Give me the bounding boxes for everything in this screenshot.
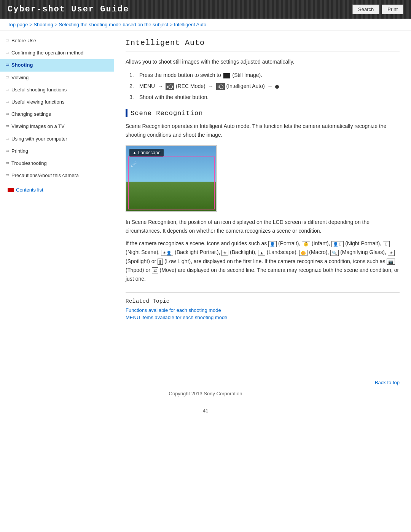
breadcrumb-sep-1: > <box>29 22 33 27</box>
main-content: Intelligent Auto Allows you to shoot sti… <box>114 31 411 374</box>
sidebar: ▭ Before Use ▭ Confirming the operation … <box>0 31 114 374</box>
contents-list-link[interactable]: Contents list <box>0 182 114 198</box>
sidebar-item-viewing[interactable]: ▭ Viewing <box>0 72 114 84</box>
sidebar-bullet: ▭ <box>5 50 9 55</box>
scene-body-text: In Scene Recognition, the position of an… <box>126 218 400 235</box>
sidebar-label: Shooting <box>11 62 33 69</box>
sidebar-item-before-use[interactable]: ▭ Before Use <box>0 35 114 47</box>
arrow-icon: → <box>158 83 163 89</box>
sidebar-label: Viewing <box>11 74 29 81</box>
magnifying-icon: 🔍 <box>330 250 339 256</box>
portrait-icon: 👤 <box>268 241 277 247</box>
copyright-text: Copyright 2013 Sony Corporation <box>169 391 242 396</box>
sidebar-item-precautions[interactable]: ▭ Precautions/About this camera <box>0 169 114 182</box>
sidebar-item-confirming[interactable]: ▭ Confirming the operation method <box>0 47 114 59</box>
breadcrumb: Top page > Shooting > Selecting the shoo… <box>0 19 411 31</box>
sidebar-bullet: ▭ <box>5 38 9 43</box>
page-title: Intelligent Auto <box>126 38 400 51</box>
steps-list: 1. Press the mode button to switch to (S… <box>126 71 400 101</box>
related-topic-title: Related Topic <box>126 298 400 304</box>
scene-desc: Scene Recognition operates in Intelligen… <box>126 122 400 139</box>
breadcrumb-sep-2: > <box>54 22 59 27</box>
spotlight-icon: ☀ <box>388 250 395 256</box>
sidebar-label: Viewing images on a TV <box>11 123 65 130</box>
breadcrumb-link-shooting-mode[interactable]: Selecting the shooting mode based on the… <box>59 22 169 27</box>
sidebar-label: Useful viewing functions <box>11 99 64 105</box>
sidebar-label: Printing <box>11 148 28 155</box>
page-number-row: 41 <box>0 408 411 421</box>
sidebar-item-troubleshooting[interactable]: ▭ Troubleshooting <box>0 157 114 169</box>
header-buttons: Search Print <box>352 5 403 14</box>
still-image-icon <box>223 73 230 78</box>
camera-scene-label: ▲ Landscape <box>129 149 164 157</box>
backlight-icon: ☀ <box>221 250 228 256</box>
sidebar-bullet: ▭ <box>5 99 9 104</box>
camera-focus-icon: ☄ <box>131 160 137 169</box>
sidebar-item-changing-settings[interactable]: ▭ Changing settings <box>0 108 114 120</box>
related-link-functions[interactable]: Functions available for each shooting mo… <box>126 307 400 313</box>
step-3: 3. Shoot with the shutter button. <box>129 93 400 101</box>
sidebar-bullet: ▭ <box>5 75 9 80</box>
scene-icons-text: If the camera recognizes a scene, icons … <box>126 239 400 283</box>
sidebar-label: Useful shooting functions <box>11 86 67 93</box>
layout: ▭ Before Use ▭ Confirming the operation … <box>0 31 411 374</box>
app-title: Cyber-shot User Guide <box>8 5 129 14</box>
macro-icon: 🌼 <box>299 250 307 256</box>
contents-list-label: Contents list <box>16 187 43 193</box>
step-num-2: 2. <box>129 82 137 90</box>
landscape-icon-2: ▲ <box>258 250 265 256</box>
sidebar-bullet: ▭ <box>5 62 9 67</box>
arrow-icon-2: → <box>208 83 213 89</box>
step-1: 1. Press the mode button to switch to (S… <box>129 71 400 79</box>
breadcrumb-link-top[interactable]: Top page <box>8 22 28 27</box>
sidebar-bullet: ▭ <box>5 111 9 116</box>
related-topic: Related Topic Functions available for ea… <box>126 292 400 320</box>
sidebar-bullet: ▭ <box>5 148 9 153</box>
tripod-icon: 📷 <box>387 259 395 265</box>
breadcrumb-sep-3: > <box>170 22 174 27</box>
step-3-text: Shoot with the shutter button. <box>139 93 209 101</box>
sidebar-item-printing[interactable]: ▭ Printing <box>0 145 114 157</box>
sidebar-item-useful-shooting[interactable]: ▭ Useful shooting functions <box>0 84 114 96</box>
breadcrumb-link-intelligent-auto[interactable]: Intelligent Auto <box>174 22 206 27</box>
step-1-text: Press the mode button to switch to (Stil… <box>139 71 262 79</box>
landscape-label: Landscape <box>138 150 161 155</box>
sidebar-label: Confirming the operation method <box>11 50 83 56</box>
sidebar-bullet: ▭ <box>5 160 9 165</box>
section-bar <box>126 109 127 117</box>
sidebar-item-shooting[interactable]: ▭ Shooting <box>0 59 114 71</box>
step-2: 2. MENU → i◯ (REC Mode) → i◯ (Intelligen… <box>129 82 400 90</box>
search-button[interactable]: Search <box>352 5 379 14</box>
night-portrait-icon: 👤☾ <box>331 241 344 247</box>
low-light-icon: ‖ <box>158 259 163 265</box>
intro-text: Allows you to shoot still images with th… <box>126 58 400 66</box>
sidebar-item-viewing-tv[interactable]: ▭ Viewing images on a TV <box>0 120 114 133</box>
step-num-1: 1. <box>129 71 137 79</box>
night-scene-icon: ☾ <box>383 241 390 247</box>
scene-title-text: Scene Recognition <box>131 110 203 117</box>
footer: Copyright 2013 Sony Corporation <box>0 387 411 408</box>
sidebar-label: Before Use <box>11 37 36 44</box>
landscape-icon: ▲ <box>132 150 137 155</box>
sidebar-bullet: ▭ <box>5 136 9 141</box>
move-icon: ⇄ <box>152 267 158 273</box>
print-button[interactable]: Print <box>382 5 403 14</box>
camera-display: ▲ Landscape ☄ <box>126 145 217 212</box>
sidebar-item-using-computer[interactable]: ▭ Using with your computer <box>0 133 114 145</box>
back-to-top-link[interactable]: Back to top <box>375 380 400 385</box>
sidebar-label: Precautions/About this camera <box>11 172 79 179</box>
camera-focus-border <box>128 157 215 209</box>
intelligent-auto-icon: i◯ <box>216 83 225 90</box>
sidebar-bullet: ▭ <box>5 123 9 128</box>
breadcrumb-link-shooting[interactable]: Shooting <box>33 22 53 27</box>
infant-icon: 👶 <box>302 241 310 247</box>
related-link-menu-items[interactable]: MENU items available for each shooting m… <box>126 315 400 320</box>
bullet-icon <box>275 85 279 89</box>
header: Cyber-shot User Guide Search Print <box>0 0 411 19</box>
back-to-top-row: Back to top <box>0 374 411 387</box>
scene-recognition-title: Scene Recognition <box>126 109 400 117</box>
backlight-portrait-icon: ☀👤 <box>161 250 173 256</box>
sidebar-item-useful-viewing[interactable]: ▭ Useful viewing functions <box>0 96 114 108</box>
sidebar-label: Changing settings <box>11 111 51 118</box>
page-number: 41 <box>203 408 208 414</box>
